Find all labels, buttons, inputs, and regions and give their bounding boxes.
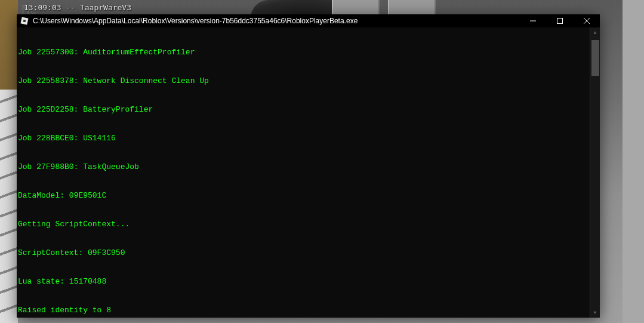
game-background-right bbox=[623, 0, 644, 323]
console-line: Getting ScriptContext... bbox=[18, 220, 588, 229]
scroll-thumb[interactable] bbox=[591, 40, 599, 76]
console-line: Job 22557300: AuditoriumEffectProfiler bbox=[18, 48, 588, 57]
console-line: DataModel: 09E9501C bbox=[18, 191, 588, 201]
console-line: Job 22558378: Network Disconnect Clean U… bbox=[18, 76, 588, 86]
game-ground-tiles bbox=[0, 90, 18, 323]
console-line: Job 225D2258: BatteryProfiler bbox=[18, 105, 588, 115]
close-button[interactable] bbox=[573, 14, 600, 27]
console-output[interactable]: Job 22557300: AuditoriumEffectProfiler J… bbox=[17, 27, 590, 318]
console-line: Raised identity to 8 bbox=[18, 306, 588, 315]
scroll-track[interactable] bbox=[590, 38, 600, 307]
minimize-button[interactable] bbox=[519, 14, 546, 27]
svg-rect-1 bbox=[23, 20, 26, 23]
hud-timestamp: 13:09:03 -- TaaprWareV3 bbox=[24, 3, 131, 12]
maximize-button[interactable] bbox=[546, 14, 573, 27]
window-caption-buttons bbox=[519, 14, 600, 27]
scroll-down-arrow-icon[interactable]: ▼ bbox=[590, 307, 600, 318]
window-titlebar[interactable]: C:\Users\Windows\AppData\Local\Roblox\Ve… bbox=[17, 14, 600, 27]
console-line: Lua state: 15170488 bbox=[18, 277, 588, 287]
console-line: Job 27F988B0: TaskQueueJob bbox=[18, 162, 588, 172]
console-window: C:\Users\Windows\AppData\Local\Roblox\Ve… bbox=[17, 14, 600, 318]
window-title: C:\Users\Windows\AppData\Local\Roblox\Ve… bbox=[33, 17, 519, 25]
console-body: Job 22557300: AuditoriumEffectProfiler J… bbox=[17, 27, 600, 318]
scroll-up-arrow-icon[interactable]: ▲ bbox=[590, 27, 600, 38]
console-line: Job 228BBCE0: US14116 bbox=[18, 134, 588, 143]
svg-rect-3 bbox=[557, 19, 562, 24]
vertical-scrollbar[interactable]: ▲ ▼ bbox=[590, 27, 600, 318]
console-line: ScriptContext: 09F3C950 bbox=[18, 248, 588, 258]
roblox-icon bbox=[20, 17, 29, 25]
